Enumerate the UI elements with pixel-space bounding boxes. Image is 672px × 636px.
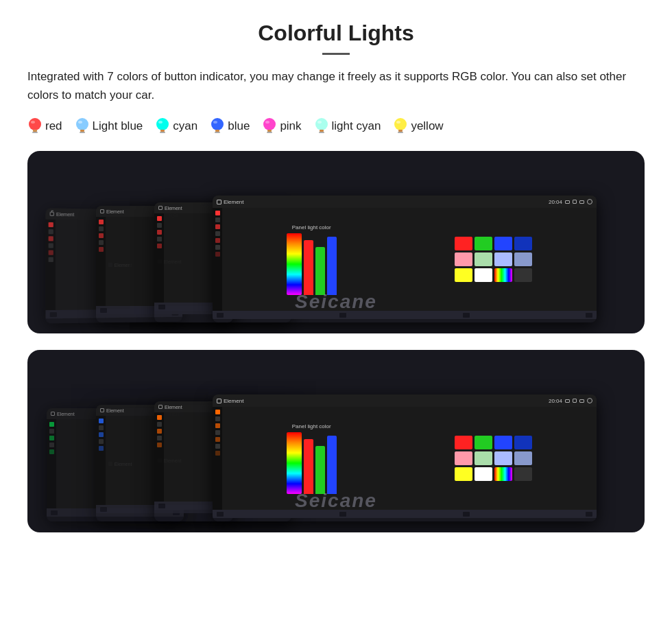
yellow-bulb-icon	[393, 117, 408, 136]
device-showcase-row2: Element RST Element	[27, 350, 645, 532]
cyan-bulb-icon	[155, 117, 170, 136]
color-label-blue: blue	[228, 119, 250, 133]
svg-point-20	[265, 121, 269, 123]
color-indicators-row: red Light blue cyan	[27, 117, 645, 136]
lightblue-bulb-icon	[75, 117, 90, 136]
blue-bulb-icon	[210, 117, 225, 136]
svg-point-4	[31, 121, 35, 123]
color-item-lightblue: Light blue	[75, 117, 143, 136]
svg-point-5	[76, 118, 88, 130]
svg-point-25	[394, 118, 407, 130]
svg-rect-19	[267, 132, 272, 133]
color-item-yellow: yellow	[393, 117, 443, 136]
page-title: Colorful Lights	[27, 21, 645, 46]
svg-rect-2	[32, 132, 38, 133]
svg-point-9	[156, 118, 169, 130]
svg-point-28	[396, 121, 400, 123]
color-item-cyan: cyan	[155, 117, 197, 136]
svg-point-3	[29, 118, 41, 130]
devices-inner-row2: Element RST Element	[34, 364, 638, 521]
color-label-pink: pink	[280, 119, 301, 133]
svg-point-24	[317, 121, 322, 123]
svg-point-16	[213, 121, 217, 123]
color-item-red: red	[27, 117, 62, 136]
color-item-lightcyan: light cyan	[314, 117, 381, 136]
title-divider	[322, 53, 350, 55]
description-text: Integrated with 7 colors of button indic…	[27, 67, 645, 104]
svg-rect-10	[160, 130, 165, 132]
svg-point-21	[315, 118, 328, 130]
svg-point-17	[263, 118, 276, 130]
color-label-lightcyan: light cyan	[332, 119, 381, 133]
red-bulb-icon	[27, 117, 43, 136]
color-label-yellow: yellow	[411, 119, 443, 133]
svg-rect-26	[398, 130, 403, 132]
color-label-red: red	[45, 119, 62, 133]
svg-rect-15	[215, 132, 220, 133]
device-showcase-row1: Element RST	[27, 151, 645, 333]
svg-point-12	[158, 121, 163, 123]
svg-rect-27	[398, 132, 403, 133]
svg-rect-7	[80, 132, 85, 133]
color-item-pink: pink	[262, 117, 301, 136]
svg-rect-18	[267, 130, 272, 132]
svg-point-8	[78, 121, 82, 123]
svg-point-13	[211, 118, 224, 130]
devices-inner-row1: Element RST	[34, 165, 638, 322]
svg-rect-23	[319, 132, 324, 133]
svg-rect-6	[80, 130, 84, 132]
lightcyan-bulb-icon	[314, 117, 329, 136]
device-card-4-main: Element 20:04	[213, 196, 597, 322]
svg-rect-11	[160, 132, 165, 133]
svg-rect-22	[320, 130, 324, 132]
color-label-lightblue: Light blue	[93, 119, 143, 133]
device-card-r2-4-main: Element 20:04	[213, 394, 597, 521]
svg-rect-14	[215, 130, 219, 132]
color-label-cyan: cyan	[173, 119, 197, 133]
color-item-blue: blue	[210, 117, 250, 136]
pink-bulb-icon	[262, 117, 277, 136]
